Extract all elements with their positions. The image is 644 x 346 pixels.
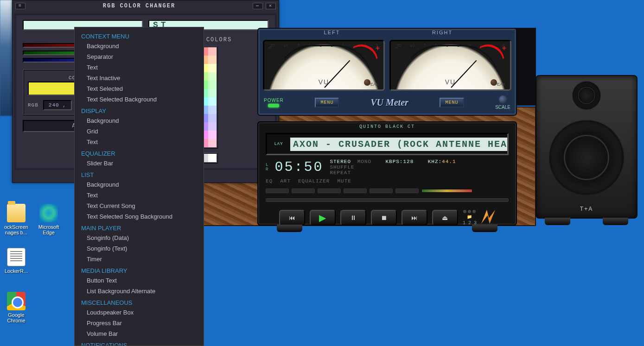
color-swatch[interactable] [208, 47, 217, 56]
gray-swatch[interactable] [208, 154, 217, 162]
dropdown-item[interactable]: Grid [75, 126, 204, 137]
color-swatch[interactable] [208, 81, 217, 89]
pill-button[interactable] [344, 189, 367, 193]
desktop-icon-text[interactable]: LockerR... [0, 248, 32, 274]
color-swatch[interactable] [208, 64, 217, 72]
color-swatch[interactable] [208, 139, 217, 147]
titlebar[interactable]: ≡ RGB COLOR CHANGER — ✕ [13, 0, 279, 12]
vu-text: VU [445, 78, 456, 86]
color-swatch[interactable] [208, 131, 217, 139]
vu-titlebar: LEFT RIGHT [258, 29, 516, 38]
folder-icon [7, 204, 26, 222]
prev-button[interactable]: ⏮ [279, 210, 305, 226]
icon-label-2: nages b... [5, 230, 27, 235]
toggle-row: EQARTEQUALIZERMUTE [266, 178, 509, 184]
vu-scale-control[interactable]: SCALE [495, 95, 510, 110]
color-swatch[interactable] [208, 114, 217, 122]
pause-button[interactable]: ⏸ [340, 210, 366, 226]
dropdown-item[interactable]: Background [75, 115, 204, 126]
dropdown-item[interactable]: Songinfo (Data) [75, 233, 204, 243]
vu-menu-button-right[interactable]: MENU [440, 98, 464, 107]
dropdown-category: CONTEXT MENU [75, 30, 204, 41]
icon-label: Microsoft [38, 224, 59, 230]
dropdown-item[interactable]: Button Text [75, 275, 204, 286]
dropdown-item[interactable]: Slider Bar [75, 158, 204, 169]
dropdown-item[interactable]: Text [75, 190, 204, 201]
desktop-icon-folder-1[interactable]: ockScreen nages b... [0, 204, 32, 235]
dropdown-item[interactable]: Text [75, 62, 204, 73]
vu-menu-button-left[interactable]: MENU [315, 98, 339, 107]
color-swatch[interactable] [208, 89, 217, 97]
dropdown-item[interactable]: Text Selected Song Background [75, 211, 204, 222]
pill-button[interactable] [370, 189, 393, 193]
winamp-logo-icon[interactable] [481, 210, 495, 224]
toggle-eq[interactable]: EQ [266, 178, 273, 184]
dropdown-item[interactable]: Text Current Song [75, 201, 204, 211]
stereo-label: STEREO [330, 159, 351, 164]
color-swatch[interactable] [208, 106, 217, 114]
volume-bar[interactable] [421, 189, 472, 193]
color-swatch[interactable] [208, 56, 217, 64]
scale-knob-icon[interactable] [499, 95, 507, 104]
kbps-label: KBPS: [385, 159, 403, 164]
rgb-value: 240 , [43, 100, 72, 110]
desktop-icon-chrome[interactable]: Google Chrome [0, 292, 32, 323]
player-title: QUINTO BLACK CT [258, 122, 516, 131]
vu-meter-left: – + 201075310123 VU PEAK [263, 40, 385, 91]
eject-button[interactable]: ⏏ [432, 210, 458, 226]
play-state-label: LAY [267, 142, 290, 146]
next-button[interactable]: ⏭ [402, 210, 427, 226]
toggle-art[interactable]: ART [280, 178, 291, 184]
pill-button[interactable] [266, 189, 289, 193]
dropdown-item[interactable]: Background [75, 41, 204, 51]
dropdown-item[interactable]: Songinfo (Text) [75, 243, 204, 254]
vu-text: VU [319, 78, 329, 86]
icon-label: Google [8, 312, 24, 318]
dropdown-item[interactable]: Text Inactive [75, 73, 204, 83]
vu-tick: 20 [270, 43, 274, 48]
vu-logo: VU Meter [370, 97, 408, 108]
player-foot [277, 225, 302, 232]
dropdown-item[interactable]: Separator [75, 51, 204, 62]
systemmenu-button[interactable]: ≡ [15, 3, 26, 9]
toggle-mute[interactable]: MUTE [337, 178, 351, 184]
dropdown-item[interactable]: Text [75, 137, 204, 147]
dropdown-category: MISCELLANEOUS [75, 296, 204, 307]
dropdown-item[interactable]: Timer [75, 254, 204, 264]
toggle-equalizer[interactable]: EQUALIZER [298, 178, 330, 184]
vu-power[interactable]: POWER [264, 98, 284, 107]
color-swatch[interactable] [208, 72, 217, 81]
dropdown-item[interactable]: Text Selected Background [75, 94, 204, 105]
dropdown-item[interactable]: List Background Alternate [75, 286, 204, 296]
vu-peak-label: PEAK [368, 82, 379, 87]
close-button[interactable]: ✕ [266, 3, 276, 9]
elapsed-time: 05:50 [274, 159, 323, 175]
shuffle-label: SHUFFLE [330, 164, 354, 170]
stop-button[interactable]: ⏹ [371, 210, 397, 226]
partial-window-left [0, 0, 12, 116]
speaker-foot [545, 218, 570, 225]
color-swatch[interactable] [208, 97, 217, 106]
dropdown-item[interactable]: Volume Bar [75, 328, 204, 339]
desktop-icon-edge[interactable]: Microsoft Edge [32, 204, 65, 235]
dropdown-item[interactable]: Text Selected [75, 83, 204, 94]
pill-button[interactable] [292, 189, 315, 193]
dropdown-item[interactable]: Loudspeaker Box [75, 307, 204, 318]
repeat-label: REPEAT [330, 170, 351, 176]
vu-tick: 20 [396, 43, 401, 48]
dropdown-category: NOTIFICATIONS [75, 339, 204, 346]
pill-button[interactable] [395, 189, 419, 193]
dropdown-item[interactable]: Background [75, 179, 204, 190]
tweeter-icon [573, 82, 600, 109]
dropdown-item[interactable]: Progress Bar [75, 318, 204, 328]
icon-label-2: Chrome [7, 318, 25, 323]
vu-meter-right: – + 201075310123 VU PEAK [389, 40, 511, 91]
player-foot [472, 225, 497, 232]
chrome-icon [7, 292, 26, 310]
pill-button[interactable] [318, 189, 341, 193]
color-swatch[interactable] [208, 122, 217, 131]
minimize-button[interactable]: — [253, 3, 263, 9]
play-button[interactable]: ▶ [310, 210, 336, 226]
textfile-icon [7, 248, 26, 266]
seek-bar[interactable] [266, 198, 509, 202]
